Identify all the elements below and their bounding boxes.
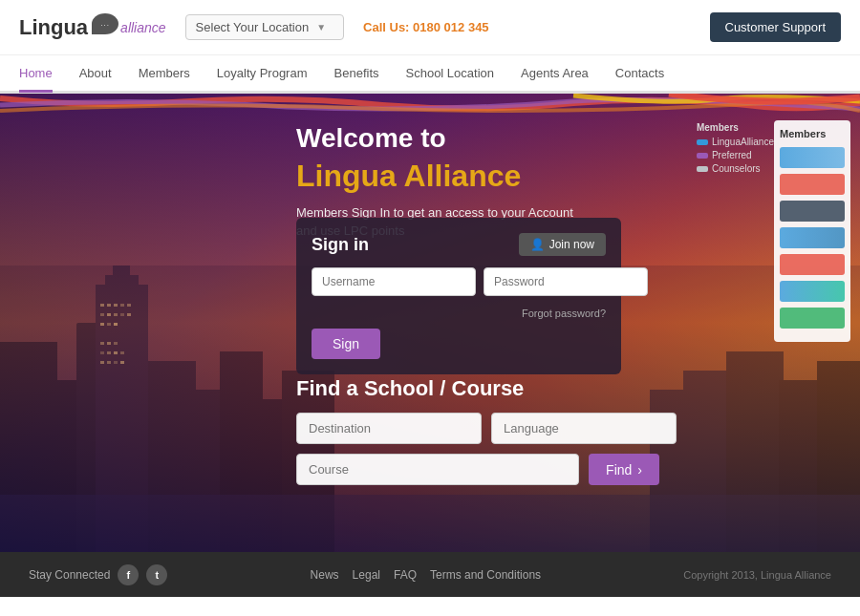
- logo-bubble-icon: [92, 13, 118, 34]
- location-label: Select Your Location: [196, 20, 310, 34]
- signin-box: Sign in 👤 Join now Forgot password? Sign: [296, 218, 621, 374]
- welcome-title: Welcome to: [296, 122, 650, 155]
- logo-alliance: alliance: [120, 21, 165, 34]
- svg-rect-29: [107, 361, 111, 364]
- member-logo-5: [780, 254, 845, 275]
- customer-support-button[interactable]: Customer Support: [710, 12, 842, 42]
- svg-rect-30: [114, 361, 118, 364]
- logo: Lingua alliance: [19, 15, 166, 40]
- header: Lingua alliance Select Your Location ▼ C…: [0, 0, 860, 55]
- svg-rect-14: [107, 313, 111, 316]
- nav: Home About Members Loyalty Program Benef…: [0, 55, 860, 94]
- svg-rect-13: [100, 313, 104, 316]
- member-logo-6: [780, 281, 845, 302]
- hero: Welcome to Lingua Alliance Members Sign …: [0, 94, 860, 552]
- nav-item-school-location[interactable]: School Location: [406, 56, 495, 90]
- svg-rect-20: [114, 323, 118, 326]
- dropdown-arrow-icon: ▼: [316, 22, 326, 32]
- member-logo-3: [780, 201, 845, 222]
- svg-rect-11: [120, 304, 124, 307]
- person-icon: 👤: [530, 238, 545, 251]
- sign-button[interactable]: Sign: [312, 329, 380, 359]
- nav-item-members[interactable]: Members: [139, 56, 190, 90]
- svg-rect-16: [120, 313, 124, 316]
- phone-number: 0180 012 345: [413, 20, 489, 34]
- nav-item-home[interactable]: Home: [19, 56, 53, 93]
- password-input[interactable]: [484, 267, 648, 296]
- find-button[interactable]: Find ›: [589, 454, 659, 485]
- search-title: Find a School / Course: [296, 376, 659, 401]
- footer-link-legal[interactable]: Legal: [353, 568, 380, 582]
- legend-label-preferred: Preferred: [712, 150, 752, 160]
- members-panel-title: Members: [780, 128, 845, 139]
- footer-link-terms[interactable]: Terms and Conditions: [430, 568, 541, 582]
- stay-connected-label: Stay Connected: [29, 568, 110, 582]
- brand-title: Lingua Alliance: [296, 159, 650, 194]
- signin-title: Sign in: [312, 235, 369, 255]
- join-now-button[interactable]: 👤 Join now: [519, 233, 606, 256]
- footer-copyright: Copyright 2013, Lingua Alliance: [683, 569, 831, 581]
- legend-label-lingua: LinguaAlliance: [712, 137, 774, 147]
- search-row-1: [296, 413, 659, 444]
- search-section: Find a School / Course Find ›: [296, 376, 659, 495]
- svg-rect-10: [114, 304, 118, 307]
- decorative-ribbons: [0, 94, 860, 115]
- footer-link-news[interactable]: News: [311, 568, 339, 582]
- logo-lingua: Lingua: [19, 15, 88, 40]
- arrow-right-icon: ›: [637, 462, 642, 478]
- svg-rect-12: [127, 304, 131, 307]
- svg-rect-31: [120, 361, 124, 364]
- svg-rect-23: [114, 342, 118, 345]
- nav-item-contacts[interactable]: Contacts: [615, 56, 664, 90]
- member-logo-4: [780, 227, 845, 248]
- legend-item-preferred: Preferred: [697, 150, 774, 160]
- svg-rect-27: [120, 351, 124, 354]
- legend-title: Members: [697, 122, 774, 133]
- svg-rect-42: [0, 495, 860, 552]
- footer-left: Stay Connected f t: [29, 564, 167, 585]
- svg-rect-22: [107, 342, 111, 345]
- forgot-password-row: Forgot password?: [312, 304, 606, 321]
- legend: Members LinguaAlliance Preferred Counsel…: [697, 122, 774, 177]
- svg-rect-24: [100, 351, 104, 354]
- signin-inputs: [312, 267, 606, 296]
- location-select[interactable]: Select Your Location ▼: [185, 14, 344, 40]
- member-logo-7: [780, 308, 845, 329]
- legend-dot-preferred: [697, 153, 708, 159]
- svg-rect-19: [107, 323, 111, 326]
- username-input[interactable]: [312, 267, 476, 296]
- svg-rect-25: [107, 351, 111, 354]
- svg-rect-21: [100, 342, 104, 345]
- members-panel: Members: [774, 120, 850, 342]
- member-logo-2: [780, 174, 845, 195]
- forgot-password-link[interactable]: Forgot password?: [522, 308, 606, 319]
- facebook-icon[interactable]: f: [118, 564, 139, 585]
- svg-rect-9: [107, 304, 111, 307]
- legend-item-counselors: Counselors: [697, 163, 774, 174]
- course-input[interactable]: [296, 454, 579, 485]
- svg-rect-7: [118, 266, 123, 267]
- svg-rect-28: [100, 361, 104, 364]
- footer-link-faq[interactable]: FAQ: [394, 568, 417, 582]
- destination-input[interactable]: [296, 413, 482, 444]
- footer: Stay Connected f t News Legal FAQ Terms …: [0, 552, 860, 597]
- twitter-icon[interactable]: t: [146, 564, 167, 585]
- call-us: Call Us: 0180 012 345: [363, 20, 709, 34]
- svg-rect-15: [114, 313, 118, 316]
- svg-rect-8: [100, 304, 104, 307]
- member-logo-1: [780, 147, 845, 168]
- nav-item-about[interactable]: About: [79, 56, 112, 90]
- nav-item-loyalty[interactable]: Loyalty Program: [217, 56, 308, 90]
- legend-dot-lingua: [697, 139, 708, 145]
- footer-links: News Legal FAQ Terms and Conditions: [311, 568, 541, 582]
- nav-item-benefits[interactable]: Benefits: [334, 56, 379, 90]
- language-input[interactable]: [491, 413, 677, 444]
- nav-item-agents-area[interactable]: Agents Area: [521, 56, 589, 90]
- svg-rect-17: [127, 313, 131, 316]
- svg-rect-18: [100, 323, 104, 326]
- legend-label-counselors: Counselors: [712, 163, 761, 174]
- legend-dot-counselors: [697, 166, 708, 172]
- legend-item-lingua: LinguaAlliance: [697, 137, 774, 147]
- signin-header: Sign in 👤 Join now: [312, 233, 606, 256]
- search-row-2: Find ›: [296, 454, 659, 485]
